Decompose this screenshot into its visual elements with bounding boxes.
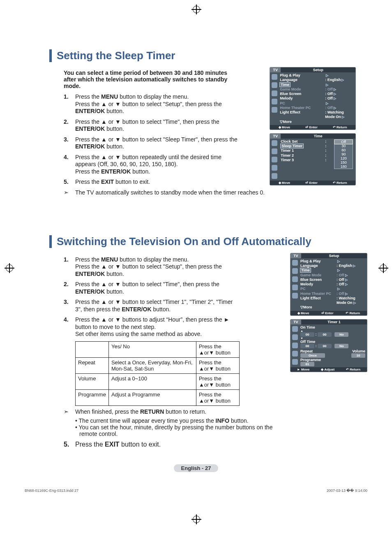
osd-tv-label: TV [291,320,301,324]
instruction-step: 1.Press the MENU button to display the m… [64,256,240,278]
osd-hint: ◆ Move [279,181,291,185]
osd-category-icons [291,258,300,311]
section2-step5: 5. Press the EXIT button to exit. [64,440,285,449]
osd-hint: ◆ Adjust [321,368,334,371]
volume-value: 10 [351,353,365,358]
osd-menu-item: Time [280,83,354,87]
osd-hint: ⏎ Enter [321,311,334,315]
osd-setup-title: Setup [281,67,355,72]
osd-menu-item: Light Effect: Watching Mode On [300,296,365,306]
table-cell: Repeat [76,357,109,373]
instruction-step: 4.Press the ▲ or ▼ button repeatedly unt… [64,154,240,176]
osd-menu-item: PC [300,287,365,291]
osd-menu-item: ▽More [300,305,365,310]
section2-heading: Switching the Television On and Off Auto… [49,235,367,248]
sleep-timer-option: 30 [334,144,353,148]
programme-label: Programme [300,358,365,362]
osd-setup-menu: TV Setup Plug & PlayLanguage: EnglishTim… [290,253,367,316]
osd-footer-hints: ◆ Move⏎ Enter↶ Return [270,125,355,130]
bullet-item: • You can set the hour, minute, directly… [75,424,285,437]
repeat-label: Repeat [300,349,313,353]
sleep-timer-option: Off [334,140,353,144]
sleep-timer-options: Off306090120150180 [334,139,353,169]
instruction-step: 1.Press the MENU button to display the m… [64,93,240,115]
page-number: English - 27 [174,464,219,472]
osd-hint: ► Move [297,368,310,371]
osd-time-title: Time [281,134,355,139]
osd-timer1-title: Timer 1 [301,320,367,324]
instruction-step: 3.Press the ▲ or ▼ button to select "Sle… [64,136,240,151]
osd-menu-item: Blue Screen: Off [280,92,354,96]
table-cell: Press the ▲or▼ button [196,389,239,405]
adjustment-table: Yes/ NoPress the ▲or▼ buttonRepeatSelect… [75,341,240,406]
osd-menu-item: Game Mode: Off [300,273,365,278]
osd-setup-title: Setup [301,253,367,258]
osd-hint: ◆ Move [297,311,309,315]
section2-bullets: • The current time will appear every tim… [75,417,285,437]
section1-steps: 1.Press the MENU button to display the m… [64,93,240,186]
section1-intro: You can select a time period of between … [64,69,240,89]
osd-timer1-menu: TV Timer 1 On Time ▲ 00 : 00 No [290,319,367,372]
off-time-hour: 00 [300,344,314,348]
osd-menu-item: Home Theater PC: Off [280,106,354,110]
osd-menu-item: ▽More [280,120,354,124]
table-cell: Press the ▲or▼ button [196,373,239,389]
print-footer: BN68-01169C-Eng-0313.indd 27 2007-03-13 … [25,489,367,493]
programme-value: 01 [300,362,314,366]
repeat-value: Once [300,353,325,358]
instruction-step: 2.Press the ▲ or ▼ button to select "Tim… [64,118,240,133]
osd-footer-hints: ◆ Move⏎ Enter↶ Return [291,311,367,315]
osd-time-menu: TV Time Clock Set:Sleep Timer:Timer 1:Ti… [270,133,356,185]
table-cell: Adjust a 0~100 [108,373,196,389]
off-time-label: Off Time [300,340,365,344]
footer-right: 2007-03-13 �� 9:14:00 [327,489,367,493]
section2-steps: 1.Press the MENU button to display the m… [64,256,240,338]
osd-menu-item: Melody: Off [280,96,354,101]
osd-category-icons [270,139,279,181]
osd-category-icons [291,324,300,367]
section1-title: Setting the Sleep Timer [57,49,175,62]
table-cell: Yes/ No [108,341,196,357]
table-cell: Press the ▲or▼ button [196,357,239,373]
sleep-timer-option: 60 [334,148,353,152]
on-time-min: 00 [318,332,332,337]
osd-hint: ⏎ Enter [305,181,318,185]
on-time-enabled: No [334,332,348,337]
osd-menu-item: PC [280,101,354,106]
section1-heading: Setting the Sleep Timer [49,49,367,62]
volume-label: Volume [352,349,365,353]
osd-menu-item: Language: English [280,78,354,82]
osd-tv-label: TV [270,134,281,139]
osd-hint: ↶ Return [346,311,360,315]
osd-menu-item: Melody: Off [300,282,365,287]
instruction-step: 3.Press the ▲ or ▼ button to select "Tim… [64,299,240,313]
section1-note: ➣ The TV automatically switches to stand… [64,189,265,196]
note-icon: ➣ [64,189,75,196]
osd-category-icons [270,72,279,125]
osd-hint: ↶ Return [346,368,360,371]
osd-menu-item: Plug & Play [300,259,365,264]
osd-menu-item: Plug & Play [280,73,354,78]
sleep-timer-option: 90 [334,152,353,156]
table-cell [76,341,109,357]
osd-hint: ↶ Return [333,181,347,185]
table-cell: Adjust a Programme [108,389,196,405]
bullet-item: • The current time will appear every tim… [75,417,285,424]
manual-page: Setting the Sleep Timer You can select a… [0,0,392,509]
section2-title: Switching the Television On and Off Auto… [57,235,311,248]
instruction-step: 4.Press the ▲ or ▼ buttons to adjust “Ho… [64,316,240,338]
note-icon: ➣ [64,408,75,415]
sleep-timer-option: 120 [334,156,353,160]
osd-tv-label: TV [270,67,281,72]
osd-tv-label: TV [291,253,301,258]
table-cell: Volume [76,373,109,389]
osd-hint: ↶ Return [333,125,347,129]
osd-menu-item: Blue Screen: Off [300,278,365,282]
heading-accent-bar [49,235,52,248]
sleep-timer-option: 180 [334,164,353,169]
osd-menu-item: Language: English [300,264,365,268]
on-time-hour: 00 [300,332,314,337]
table-cell: Select a Once, Everyday, Mon-Fri, Mon-Sa… [108,357,196,373]
table-cell: Programme [76,389,109,405]
instruction-step: 5.Press the EXIT button to exit. [64,178,240,186]
